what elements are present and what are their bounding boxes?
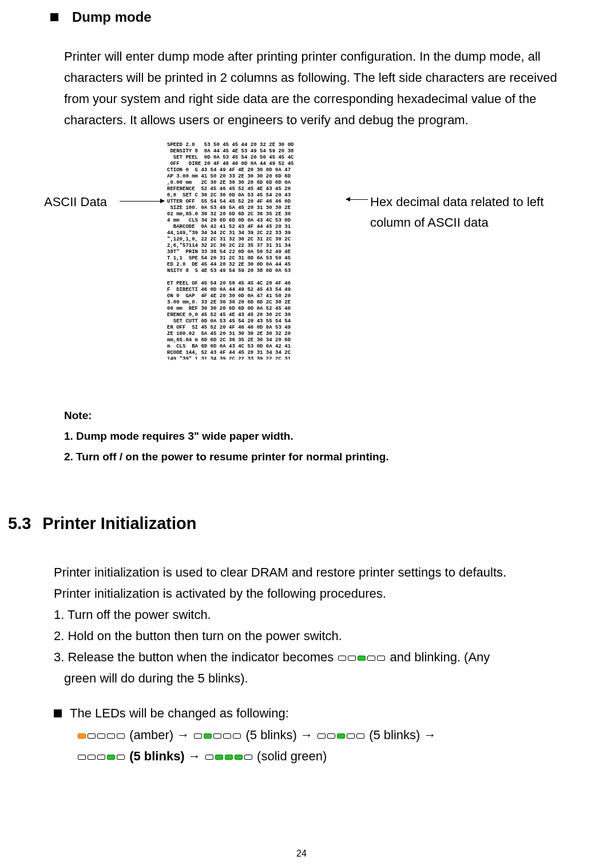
page-number: 24 [0,849,603,859]
hex-dump-sample: SPEED 2.0 53 50 45 45 44 20 32 2E 30 0D … [167,142,344,360]
note-line-2: 2. Turn off / on the power to resume pri… [64,447,603,467]
note-line-1: 1. Dump mode requires 3" wide paper widt… [64,426,603,447]
leds-changed-title: The LEDs will be changed as following: [70,706,289,721]
init-step-1: 1. Turn off the power switch. [54,604,574,625]
led-pattern-2 [194,733,241,739]
section-title: Printer Initialization [42,514,196,533]
dump-mode-paragraph: Printer will enter dump mode after print… [64,46,573,131]
dump-mode-title: Dump mode [72,9,152,25]
led-pattern-3 [318,733,364,739]
init-intro-2: Printer initialization is activated by t… [54,583,574,604]
printer-init-block: Printer initialization is used to clear … [54,562,574,689]
hex-data-label: Hex decimal data related to left column … [370,192,576,233]
led-pattern-4 [78,755,125,760]
arrow-left-icon [346,199,368,200]
note-block: Note: 1. Dump mode requires 3" wide pape… [64,405,603,467]
led-pattern-inline [338,656,385,661]
square-bullet-icon [54,709,62,717]
dump-mode-diagram: ASCII Data SPEED 2.0 53 50 45 45 44 20 3… [27,142,576,371]
led-sequence: (amber) → (5 blinks) → (5 blinks) → (5 b… [77,724,603,767]
ascii-data-label: ASCII Data [44,195,107,210]
note-heading: Note: [64,405,603,426]
init-step-3: 3. Release the button when the indicator… [54,646,574,668]
led-pattern-solid [205,755,252,760]
init-intro-1: Printer initialization is used to clear … [54,562,574,583]
init-step-2: 2. Hold on the button then turn on the p… [54,625,574,646]
led-pattern-amber [78,733,125,739]
init-step-3c: green will do during the 5 blinks). [54,668,574,689]
square-bullet-icon [50,13,58,21]
arrow-right-icon [120,201,164,202]
section-number: 5.3 [8,514,31,533]
